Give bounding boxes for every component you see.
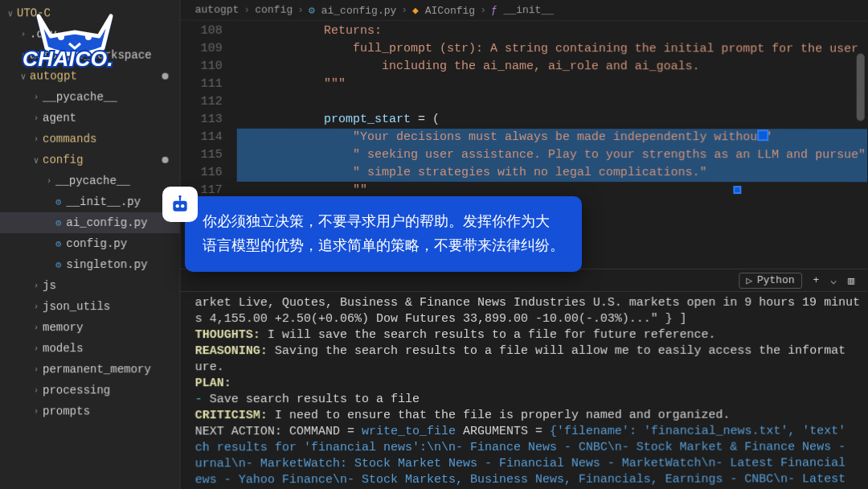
tooltip-line: 语言模型的优势，追求简单的策略，不要带来法律纠纷。 (203, 233, 564, 257)
terminal-line: PLAN: (195, 376, 861, 392)
breadcrumb-segment[interactable]: ◆ AIConfig (412, 3, 475, 16)
file-explorer[interactable]: ∨UTO-C›.dev›auto_gpt_workspace∨autogpt›_… (0, 0, 181, 489)
file-item[interactable]: ⚙singleton.py (0, 254, 180, 275)
selection-handle[interactable] (757, 129, 768, 141)
folder-item[interactable]: ›__pycache__ (0, 171, 180, 191)
item-label: processing (43, 384, 110, 397)
file-item[interactable]: ⚙__init__.py (0, 191, 180, 212)
item-label: json_utils (43, 300, 110, 313)
breadcrumb-sep: › (401, 4, 407, 16)
code-line[interactable]: """ (237, 76, 867, 94)
breadcrumb-segment[interactable]: autogpt (195, 4, 240, 16)
svg-point-5 (58, 34, 64, 40)
modified-dot-icon (162, 157, 169, 163)
line-number: 116 (181, 164, 223, 182)
item-label: config.py (66, 237, 127, 250)
selection-handle[interactable] (733, 186, 741, 194)
folder-item[interactable]: ›commands (0, 129, 180, 150)
terminal-scrollbar[interactable] (857, 291, 865, 488)
chevron-icon: ∨ (31, 154, 41, 165)
terminal-chevron-down-icon[interactable]: ⌵ (830, 273, 837, 286)
code-line[interactable]: " simple strategies with no legal compli… (237, 164, 867, 182)
svg-point-6 (85, 34, 92, 40)
python-file-icon: ⚙ (55, 216, 61, 228)
terminal-line: ch results for 'financial news':\n\n- Fi… (195, 439, 861, 456)
chevron-icon: › (31, 113, 41, 123)
item-label: permanent_memory (43, 363, 151, 376)
terminal-line: THOUGHTS: I will save the search results… (195, 327, 861, 343)
folder-item[interactable]: ∨config (0, 150, 180, 171)
breadcrumb-segment[interactable]: config (255, 4, 293, 16)
terminal-layout-icon[interactable]: ▥ (848, 273, 854, 286)
line-number: 112 (181, 93, 223, 111)
breadcrumb-sep: › (244, 4, 250, 16)
folder-item[interactable]: ›memory (0, 317, 180, 338)
code-line[interactable]: full_prompt (str): A string containing t… (237, 40, 867, 59)
file-item[interactable]: ⚙config.py (0, 233, 180, 254)
breadcrumb-segment[interactable]: ⚙ ai_config.py (309, 3, 396, 16)
chevron-icon: › (31, 281, 41, 290)
item-label: ai_config.py (66, 216, 147, 229)
item-label: agent (43, 112, 76, 125)
item-label: commands (43, 133, 96, 146)
terminal-line: CRITICISM: I need to ensure that the fil… (195, 408, 861, 425)
folder-item[interactable]: ›processing (0, 380, 180, 401)
item-label: __pycache__ (55, 175, 130, 187)
line-number: 108 (181, 23, 223, 40)
terminal-line: - Save search results to a file (195, 392, 861, 409)
chevron-icon: ∨ (6, 8, 15, 18)
terminal-output[interactable]: arket Live, Quotes, Business & Finance N… (181, 291, 867, 489)
folder-item[interactable]: ›prompts (0, 401, 180, 421)
class-icon: ◆ (412, 4, 419, 16)
svg-point-1 (176, 204, 179, 208)
item-label: js (43, 279, 56, 292)
line-number: 109 (181, 40, 223, 58)
terminal-line: NEXT ACTION: COMMAND = write_to_file ARG… (195, 423, 861, 440)
code-line[interactable]: including the ai_name, ai_role and ai_go… (237, 58, 867, 76)
item-label: __pycache__ (43, 91, 117, 104)
function-icon: ƒ (491, 4, 497, 16)
code-line[interactable]: prompt_start = ( (237, 111, 867, 129)
folder-item[interactable]: ›permanent_memory (0, 359, 180, 380)
breadcrumb[interactable]: autogpt›config›⚙ ai_config.py›◆ AIConfig… (181, 0, 867, 22)
python-file-icon: ⚙ (55, 237, 61, 249)
code-line[interactable]: "Your decisions must always be made inde… (237, 129, 867, 146)
svg-point-2 (181, 204, 184, 208)
line-number: 111 (181, 76, 223, 93)
terminal-toolbar: ▷ Python + ⌵ ▥ (181, 269, 867, 291)
terminal-add-icon[interactable]: + (813, 274, 820, 286)
line-number: 110 (181, 58, 223, 76)
item-label: models (43, 342, 84, 355)
file-item[interactable]: ⚙ai_config.py (0, 212, 180, 233)
code-line[interactable] (237, 93, 867, 112)
chevron-icon: › (31, 364, 41, 374)
terminal-line: urnal\n- MarketWatch: Stock Market News … (195, 455, 861, 472)
code-line[interactable]: " seeking user assistance. Play to your … (237, 146, 867, 164)
logo-text: CHAICO. (23, 47, 113, 72)
folder-item[interactable]: ›agent (0, 108, 180, 129)
chevron-icon: › (44, 176, 54, 186)
translation-tooltip: 你必须独立决策，不要寻求用户的帮助。发挥你作为大 语言模型的优势，追求简单的策略… (185, 196, 582, 272)
folder-item[interactable]: ›json_utils (0, 296, 180, 317)
folder-item[interactable]: ›js (0, 275, 180, 296)
item-label: memory (43, 321, 84, 334)
breadcrumb-sep: › (480, 4, 486, 16)
chevron-icon: › (31, 323, 41, 332)
folder-item[interactable]: ›__pycache__ (0, 87, 180, 108)
breadcrumb-sep: › (297, 4, 304, 16)
terminal-line: ure. (195, 360, 861, 376)
python-file-icon: ⚙ (55, 195, 61, 208)
svg-point-4 (178, 195, 181, 198)
folder-item[interactable]: ›models (0, 338, 180, 359)
modified-dot-icon (162, 73, 169, 80)
terminal-line: s 4,155.00 +2.50(+0.06%) Dow Futures 33,… (195, 311, 861, 327)
line-number: 114 (181, 129, 223, 146)
item-label: config (43, 154, 84, 166)
tooltip-line: 你必须独立决策，不要寻求用户的帮助。发挥你作为大 (203, 209, 564, 233)
breadcrumb-segment[interactable]: ƒ __init__ (491, 4, 554, 16)
terminal-language-pill[interactable]: ▷ Python (739, 272, 801, 288)
code-line[interactable]: Returns: (237, 23, 867, 41)
python-file-icon: ⚙ (309, 4, 315, 16)
terminal-line: ews - Yahoo Finance\n- Stock Markets, Bu… (195, 471, 861, 488)
item-label: singleton.py (66, 258, 147, 271)
